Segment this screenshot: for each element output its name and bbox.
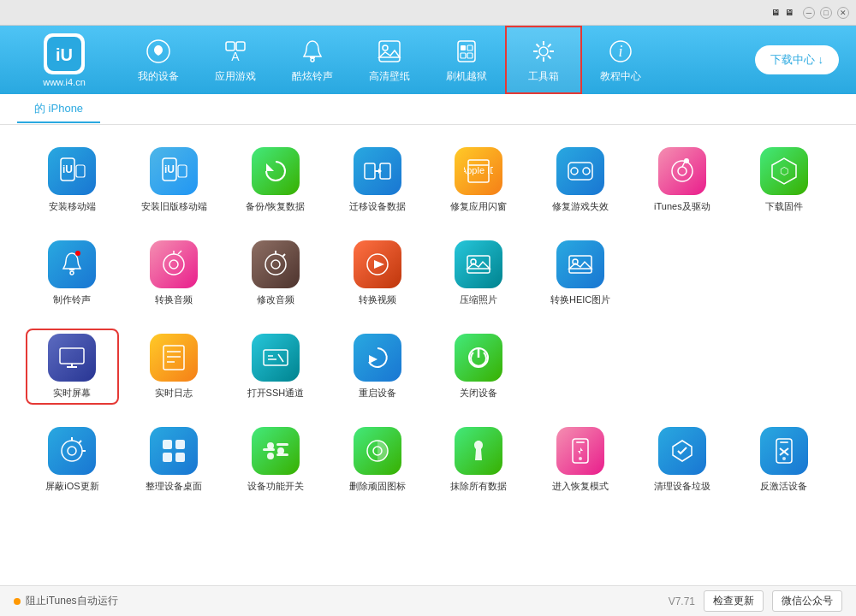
convert-video-label: 转换视频 <box>359 293 396 306</box>
nav-tab-apps-games[interactable]: A 应用游戏 <box>197 26 274 94</box>
svg-point-15 <box>539 47 548 56</box>
fix-app-icon: Apple ID <box>455 147 502 195</box>
tool-realtime-log[interactable]: 实时日志 <box>128 329 221 405</box>
tool-deactivate[interactable]: 反激活设备 <box>737 422 830 498</box>
nav-tab-tutorial[interactable]: i 教程中心 <box>582 26 659 94</box>
tool-fix-game[interactable]: 修复游戏失效 <box>534 142 627 218</box>
nav-tab-ringtone[interactable]: 酷炫铃声 <box>274 26 351 94</box>
restore-button[interactable]: □ <box>820 7 832 19</box>
install-old-icon: iU <box>150 147 198 195</box>
close-button[interactable]: ✕ <box>837 7 849 19</box>
svg-line-54 <box>178 251 181 254</box>
toolbox-icon <box>529 37 558 66</box>
wallpaper-icon <box>375 37 404 66</box>
svg-text:iU: iU <box>62 163 73 175</box>
tool-device-functions[interactable]: 设备功能开关 <box>229 422 323 498</box>
main-content: iU 安装移动端 iU 安装旧版移动端 备份/恢复数据 迁移设备数据 Apple… <box>0 125 856 585</box>
nav-tab-label-my-device: 我的设备 <box>138 69 179 84</box>
tool-clean-junk[interactable]: 清理设备垃圾 <box>636 422 729 498</box>
tool-convert-audio[interactable]: 转换音频 <box>128 235 221 311</box>
itunes-driver-icon <box>658 147 706 195</box>
tool-install-old[interactable]: iU 安装旧版移动端 <box>128 142 221 218</box>
svg-rect-62 <box>467 256 490 273</box>
svg-line-22 <box>548 44 551 47</box>
tool-restart-device[interactable]: 重启设备 <box>330 329 424 405</box>
my-device-icon <box>144 37 173 66</box>
device-functions-icon <box>252 427 300 475</box>
restart-device-icon <box>354 334 401 382</box>
tool-wipe-data[interactable]: 抹除所有数据 <box>432 422 526 498</box>
wechat-button[interactable]: 微信公众号 <box>772 590 842 612</box>
download-fw-label: 下载固件 <box>765 200 803 213</box>
svg-rect-40 <box>568 163 592 180</box>
tool-organize-desktop[interactable]: 整理设备桌面 <box>128 422 221 498</box>
tool-convert-video[interactable]: 转换视频 <box>330 235 424 311</box>
svg-line-46 <box>682 162 685 167</box>
tool-make-ringtone[interactable]: 制作铃声 <box>26 235 119 311</box>
ringtone-icon <box>298 37 327 66</box>
minimize-button[interactable]: ─ <box>803 7 815 19</box>
check-update-button[interactable]: 检查更新 <box>704 590 764 612</box>
tool-delete-stubborn[interactable]: 删除顽固图标 <box>330 422 424 498</box>
nav-tab-my-device[interactable]: 我的设备 <box>120 26 197 94</box>
compress-photo-icon <box>455 240 502 288</box>
svg-text:A: A <box>231 50 240 63</box>
nav-tab-wallpaper[interactable]: 高清壁纸 <box>351 26 428 94</box>
tool-block-ios-update[interactable]: 屏蔽iOS更新 <box>26 422 119 498</box>
realtime-log-icon <box>150 334 198 382</box>
titlebar: 🖥 🖥 ─ □ ✕ <box>0 0 856 26</box>
device-tab-iphone[interactable]: 的 iPhone <box>17 96 100 123</box>
svg-rect-92 <box>263 448 275 451</box>
download-button[interactable]: 下载中心 ↓ <box>755 45 839 74</box>
nav-tab-label-ringtone: 酷炫铃声 <box>292 69 333 84</box>
svg-marker-77 <box>369 355 377 364</box>
block-ios-update-icon <box>48 427 96 475</box>
tool-recovery-mode[interactable]: 进入恢复模式 <box>534 422 627 498</box>
tool-convert-heic[interactable]: 转换HEIC图片 <box>534 235 627 311</box>
logo-text: www.i4.cn <box>43 77 86 87</box>
header: iU www.i4.cn 我的设备 A 应用游戏 酷炫铃声 <box>0 26 856 94</box>
svg-rect-8 <box>379 41 400 62</box>
deactivate-label: 反激活设备 <box>760 480 807 493</box>
recovery-mode-icon <box>556 427 604 475</box>
svg-point-9 <box>383 45 388 50</box>
tool-realtime-screen[interactable]: 实时屏幕 <box>26 329 119 405</box>
tool-compress-photo[interactable]: 压缩照片 <box>432 235 526 311</box>
convert-audio-icon <box>150 240 198 288</box>
tool-backup-restore[interactable]: 备份/恢复数据 <box>229 142 323 218</box>
svg-point-42 <box>583 168 590 175</box>
tool-fix-app[interactable]: Apple ID 修复应用闪窗 <box>432 142 526 218</box>
tool-shutdown-device[interactable]: 关闭设备 <box>432 329 526 405</box>
install-app-icon: iU <box>48 147 96 195</box>
organize-desktop-icon <box>150 427 198 475</box>
svg-point-43 <box>672 161 693 181</box>
svg-point-99 <box>579 457 582 460</box>
svg-rect-64 <box>569 256 591 273</box>
nav-tab-label-toolbox: 工具箱 <box>528 69 559 84</box>
svg-rect-13 <box>461 53 466 58</box>
tool-install-app[interactable]: iU 安装移动端 <box>26 142 119 218</box>
svg-rect-69 <box>163 346 184 370</box>
svg-line-21 <box>548 56 551 59</box>
compress-photo-label: 压缩照片 <box>460 293 497 306</box>
status-indicator <box>14 598 21 605</box>
install-app-label: 安装移动端 <box>49 200 96 213</box>
wipe-data-label: 抹除所有数据 <box>450 480 507 493</box>
version-text: V7.71 <box>669 595 695 607</box>
delete-stubborn-icon <box>354 427 401 475</box>
nav-tab-toolbox[interactable]: 工具箱 <box>505 26 582 94</box>
svg-point-44 <box>678 167 687 175</box>
tool-edit-audio[interactable]: 修改音频 <box>229 235 323 311</box>
make-ringtone-icon <box>48 240 96 288</box>
tool-download-fw[interactable]: ⬡ 下载固件 <box>737 142 830 218</box>
tool-open-ssh[interactable]: 打开SSH通道 <box>229 329 323 405</box>
open-ssh-icon <box>252 334 300 382</box>
open-ssh-label: 打开SSH通道 <box>247 387 305 400</box>
nav-tab-label-tutorial: 教程中心 <box>600 69 641 84</box>
tool-migrate-data[interactable]: 迁移设备数据 <box>330 142 424 218</box>
nav-tab-jailbreak[interactable]: 刷机越狱 <box>428 26 505 94</box>
svg-point-93 <box>267 453 274 459</box>
svg-point-80 <box>62 441 82 461</box>
svg-point-51 <box>75 251 80 256</box>
tool-itunes-driver[interactable]: iTunes及驱动 <box>636 142 729 218</box>
